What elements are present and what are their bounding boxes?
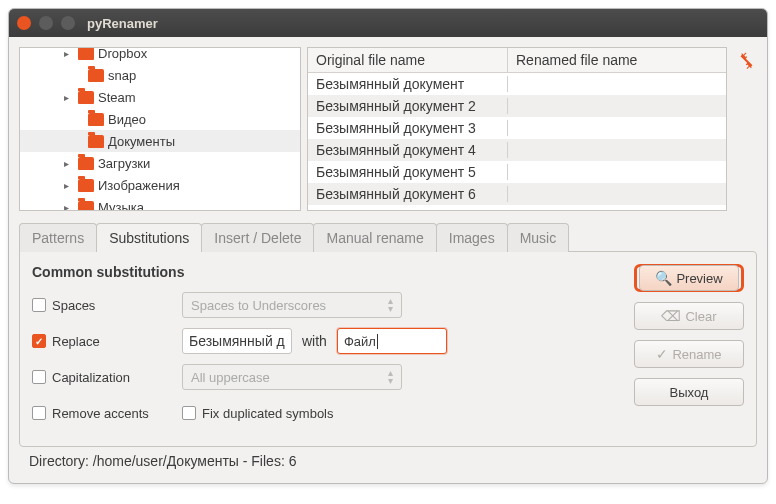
- spinner-icon: ▴▾: [388, 297, 393, 313]
- replace-from-input[interactable]: [182, 328, 292, 354]
- folder-icon: [78, 179, 94, 192]
- tab-insert-delete[interactable]: Insert / Delete: [201, 223, 314, 252]
- tree-item[interactable]: ▸snap: [20, 64, 300, 86]
- window-title: pyRenamer: [87, 16, 158, 31]
- folder-icon: [78, 157, 94, 170]
- checkbox-icon: [32, 298, 46, 312]
- spinner-icon: ▴▾: [388, 369, 393, 385]
- list-row[interactable]: Безымянный документ 2: [308, 95, 726, 117]
- tree-item-label: Музыка: [98, 200, 144, 211]
- remove-accents-label: Remove accents: [52, 406, 149, 421]
- capitalization-checkbox[interactable]: Capitalization: [32, 370, 172, 385]
- list-row[interactable]: Безымянный документ 3: [308, 117, 726, 139]
- spaces-checkbox[interactable]: Spaces: [32, 298, 172, 313]
- checkbox-icon: [32, 370, 46, 384]
- tree-item[interactable]: ▸Steam: [20, 86, 300, 108]
- tree-item-label: Видео: [108, 112, 146, 127]
- cell-original: Безымянный документ 2: [308, 98, 508, 114]
- tree-item-label: Dropbox: [98, 48, 147, 61]
- expander-icon[interactable]: ▸: [64, 202, 74, 211]
- file-list[interactable]: Original file name Renamed file name Без…: [307, 47, 727, 211]
- panel-title: Common substitutions: [32, 264, 624, 280]
- tree-item[interactable]: ▸Изображения: [20, 174, 300, 196]
- list-row[interactable]: Безымянный документ 4: [308, 139, 726, 161]
- folder-icon: [78, 201, 94, 211]
- cell-original: Безымянный документ 4: [308, 142, 508, 158]
- spaces-combo[interactable]: Spaces to Underscores ▴▾: [182, 292, 402, 318]
- folder-tree[interactable]: ▸Dropbox▸snap▸Steam▸Видео▸Документы▸Загр…: [19, 47, 301, 211]
- list-row[interactable]: Безымянный документ: [308, 73, 726, 95]
- checkbox-icon: ✓: [32, 334, 46, 348]
- col-original[interactable]: Original file name: [308, 48, 508, 72]
- folder-icon: [88, 135, 104, 148]
- remove-accents-checkbox[interactable]: Remove accents: [32, 406, 172, 421]
- list-row[interactable]: Безымянный документ 6: [308, 183, 726, 205]
- expander-icon[interactable]: ▸: [64, 158, 74, 169]
- tab-images[interactable]: Images: [436, 223, 508, 252]
- checkbox-icon: [182, 406, 196, 420]
- tree-item-label: Изображения: [98, 178, 180, 193]
- replace-checkbox[interactable]: ✓ Replace: [32, 334, 172, 349]
- preview-button[interactable]: 🔍 Preview: [634, 264, 744, 292]
- cell-original: Безымянный документ: [308, 76, 508, 92]
- list-row[interactable]: Безымянный документ 5: [308, 161, 726, 183]
- window-close-button[interactable]: [17, 16, 31, 30]
- expander-icon[interactable]: ▸: [64, 92, 74, 103]
- statusbar: Directory: /home/user/Документы - Files:…: [19, 447, 757, 473]
- cell-original: Безымянный документ 5: [308, 164, 508, 180]
- file-list-header: Original file name Renamed file name: [308, 48, 726, 73]
- fix-duplicated-label: Fix duplicated symbols: [202, 406, 334, 421]
- search-icon: 🔍: [655, 270, 672, 286]
- with-label: with: [302, 333, 327, 349]
- folder-icon: [78, 48, 94, 60]
- app-window: pyRenamer ▸Dropbox▸snap▸Steam▸Видео▸Доку…: [8, 8, 768, 484]
- exit-button[interactable]: Выход: [634, 378, 744, 406]
- tree-item[interactable]: ▸Музыка: [20, 196, 300, 210]
- tree-item[interactable]: ▸Dropbox: [20, 48, 300, 64]
- content-area: ▸Dropbox▸snap▸Steam▸Видео▸Документы▸Загр…: [9, 37, 767, 483]
- clear-button[interactable]: ⌫ Clear: [634, 302, 744, 330]
- col-renamed[interactable]: Renamed file name: [508, 48, 726, 72]
- window-minimize-button[interactable]: [39, 16, 53, 30]
- rename-button[interactable]: ✓ Rename: [634, 340, 744, 368]
- checkbox-icon: [32, 406, 46, 420]
- tree-item-label: Загрузки: [98, 156, 150, 171]
- settings-icon[interactable]: [733, 47, 757, 211]
- clear-icon: ⌫: [661, 308, 681, 324]
- tree-item[interactable]: ▸Видео: [20, 108, 300, 130]
- fix-duplicated-checkbox[interactable]: Fix duplicated symbols: [182, 406, 334, 421]
- capitalization-label: Capitalization: [52, 370, 130, 385]
- replace-label: Replace: [52, 334, 100, 349]
- check-icon: ✓: [656, 346, 668, 362]
- titlebar: pyRenamer: [9, 9, 767, 37]
- window-maximize-button[interactable]: [61, 16, 75, 30]
- spaces-label: Spaces: [52, 298, 95, 313]
- tree-item-label: Steam: [98, 90, 136, 105]
- cell-original: Безымянный документ 6: [308, 186, 508, 202]
- replace-to-input[interactable]: Файл: [337, 328, 447, 354]
- cell-original: Безымянный документ 3: [308, 120, 508, 136]
- expander-icon[interactable]: ▸: [64, 48, 74, 59]
- tabs: Patterns Substitutions Insert / Delete M…: [19, 223, 757, 252]
- expander-icon[interactable]: ▸: [64, 180, 74, 191]
- folder-icon: [88, 113, 104, 126]
- folder-icon: [78, 91, 94, 104]
- tab-music[interactable]: Music: [507, 223, 570, 252]
- tree-item-label: Документы: [108, 134, 175, 149]
- substitutions-panel: Common substitutions Spaces Spaces to Un…: [19, 251, 757, 447]
- tree-item-label: snap: [108, 68, 136, 83]
- tree-item[interactable]: ▸Загрузки: [20, 152, 300, 174]
- tab-manual-rename[interactable]: Manual rename: [313, 223, 436, 252]
- capitalization-combo[interactable]: All uppercase ▴▾: [182, 364, 402, 390]
- folder-icon: [88, 69, 104, 82]
- tab-substitutions[interactable]: Substitutions: [96, 223, 202, 252]
- tab-patterns[interactable]: Patterns: [19, 223, 97, 252]
- tree-item[interactable]: ▸Документы: [20, 130, 300, 152]
